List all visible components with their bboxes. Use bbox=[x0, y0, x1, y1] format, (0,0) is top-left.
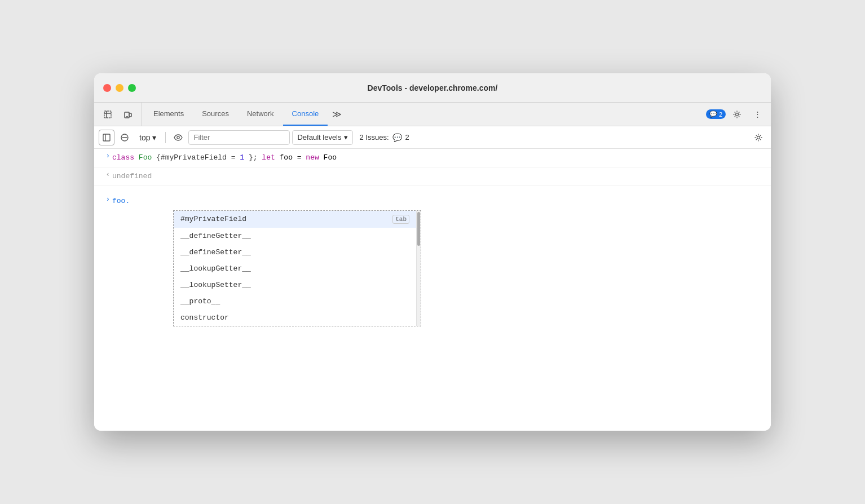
line2-code: undefined bbox=[112, 171, 766, 182]
autocomplete-list: #myPrivateField tab __defineGetter__ __d… bbox=[174, 211, 416, 326]
scrollbar-thumb bbox=[417, 212, 420, 246]
filter-input[interactable] bbox=[188, 130, 290, 145]
console-content: › class Foo {#myPrivateField = 1 }; let … bbox=[94, 149, 771, 431]
tab-console[interactable]: Console bbox=[283, 103, 328, 126]
spacer bbox=[94, 185, 771, 192]
input-text: foo. bbox=[112, 197, 130, 205]
input-code: foo. bbox=[112, 196, 766, 207]
svg-point-6 bbox=[736, 113, 739, 116]
more-options-icon[interactable]: ⋮ bbox=[748, 105, 766, 123]
svg-rect-0 bbox=[104, 111, 111, 118]
console-toolbar: top ▾ Default levels ▾ 2 Issues: 💬 2 bbox=[94, 126, 771, 149]
default-levels-button[interactable]: Default levels ▾ bbox=[292, 130, 352, 145]
tab-sources[interactable]: Sources bbox=[193, 103, 238, 126]
autocomplete-label-5: __proto__ bbox=[180, 297, 220, 306]
input-chevron: › bbox=[94, 196, 112, 204]
autocomplete-scrollbar[interactable] bbox=[416, 211, 421, 326]
console-input-line[interactable]: › foo. bbox=[94, 192, 771, 210]
undefined-value: undefined bbox=[112, 172, 152, 180]
autocomplete-label-6: constructor bbox=[180, 313, 229, 322]
autocomplete-item-3[interactable]: __lookupGetter__ bbox=[174, 260, 416, 277]
autocomplete-label-3: __lookupGetter__ bbox=[180, 264, 251, 273]
keyword-class: class bbox=[112, 153, 134, 162]
autocomplete-item-6[interactable]: constructor bbox=[174, 310, 416, 326]
line1-code: class Foo {#myPrivateField = 1 }; let fo… bbox=[112, 152, 766, 163]
tab-elements[interactable]: Elements bbox=[144, 103, 193, 126]
comment-icon: 💬 bbox=[709, 110, 717, 118]
autocomplete-item-1[interactable]: __defineGetter__ bbox=[174, 228, 416, 244]
title-bar: DevTools - developer.chrome.com/ bbox=[94, 73, 771, 103]
autocomplete-dropdown: #myPrivateField tab __defineGetter__ __d… bbox=[173, 210, 421, 326]
keyword-let: let bbox=[262, 153, 275, 162]
inspect-icon[interactable] bbox=[99, 105, 117, 123]
autocomplete-label-0: #myPrivateField bbox=[180, 215, 246, 223]
issues-comment-icon: 💬 bbox=[392, 133, 402, 142]
close-button[interactable] bbox=[103, 84, 111, 92]
toolbar-divider bbox=[165, 132, 166, 143]
traffic-lights bbox=[103, 84, 136, 92]
svg-point-11 bbox=[177, 136, 179, 138]
keyword-new: new bbox=[306, 153, 319, 162]
autocomplete-item-0[interactable]: #myPrivateField tab bbox=[174, 211, 416, 228]
devtools-tab-bar: Elements Sources Network Console ≫ 💬 2 bbox=[94, 103, 771, 126]
svg-rect-4 bbox=[129, 113, 131, 117]
minimize-button[interactable] bbox=[116, 84, 123, 92]
settings-icon[interactable] bbox=[728, 105, 746, 123]
autocomplete-item-4[interactable]: __lookupSetter__ bbox=[174, 277, 416, 293]
sidebar-toggle-button[interactable] bbox=[99, 130, 114, 145]
issues-count: 2 Issues: 💬 2 bbox=[360, 133, 409, 142]
console-line-2: ‹ undefined bbox=[94, 167, 771, 186]
console-settings-button[interactable] bbox=[751, 130, 766, 145]
autocomplete-label-1: __defineGetter__ bbox=[180, 232, 251, 240]
svg-point-12 bbox=[757, 136, 760, 139]
svg-rect-7 bbox=[103, 134, 110, 141]
autocomplete-label-4: __lookupSetter__ bbox=[180, 281, 251, 289]
window-title: DevTools - developer.chrome.com/ bbox=[368, 83, 498, 92]
line1-chevron[interactable]: › bbox=[94, 152, 112, 160]
code-body: {#myPrivateField = bbox=[156, 153, 240, 162]
tab-right-icons: 💬 2 ⋮ bbox=[706, 103, 766, 126]
console-line-1: › class Foo {#myPrivateField = 1 }; let … bbox=[94, 149, 771, 167]
device-icon[interactable] bbox=[119, 105, 137, 123]
line2-arrow: ‹ bbox=[94, 171, 112, 179]
num-value: 1 bbox=[240, 153, 244, 162]
autocomplete-label-2: __defineSetter__ bbox=[180, 248, 251, 257]
tab-icon-group bbox=[99, 103, 142, 126]
tab-network[interactable]: Network bbox=[238, 103, 283, 126]
clear-console-button[interactable] bbox=[117, 130, 133, 145]
autocomplete-item-2[interactable]: __defineSetter__ bbox=[174, 244, 416, 260]
chevron-down-icon: ▾ bbox=[152, 133, 156, 142]
issues-badge[interactable]: 💬 2 bbox=[706, 109, 726, 119]
levels-chevron-icon: ▾ bbox=[344, 133, 348, 142]
more-tabs-button[interactable]: ≫ bbox=[328, 103, 346, 126]
tab-badge: tab bbox=[392, 215, 409, 224]
devtools-window: DevTools - developer.chrome.com/ Elemen bbox=[94, 73, 771, 431]
maximize-button[interactable] bbox=[128, 84, 136, 92]
autocomplete-item-5[interactable]: __proto__ bbox=[174, 293, 416, 310]
eye-icon[interactable] bbox=[170, 130, 186, 145]
context-selector[interactable]: top ▾ bbox=[135, 130, 161, 145]
class-name-foo: Foo bbox=[139, 153, 152, 162]
